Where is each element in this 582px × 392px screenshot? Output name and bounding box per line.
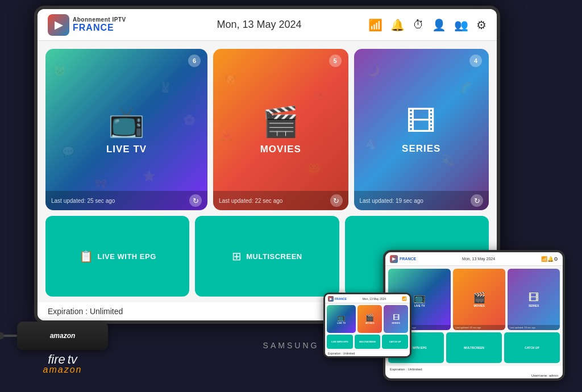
logo-area: ▶ Abonnement IPTV FRANCE	[48, 14, 150, 36]
tablet-live-title: LIVE TV	[414, 304, 425, 307]
tablet-movies[interactable]: 🎬 MOVIES Last updated: 22 sec ago	[453, 269, 505, 330]
movies-badge: 5	[329, 55, 342, 67]
phone-brand-icon: ▶	[328, 296, 334, 302]
movies-title: MOVIES	[260, 144, 301, 155]
tablet-catchup-title: CATCH UP	[525, 346, 539, 349]
header-icons: 📶 🔔 ⏱ 👤 👥 ⚙	[368, 18, 487, 32]
phone-live-title: LIVE TV	[337, 322, 346, 324]
wifi-icon: 📶	[368, 18, 383, 32]
phone-tv-icon: 📺	[337, 314, 346, 322]
tablet-movies-icon: 🎬	[473, 291, 485, 304]
tablet-bottom-row: LIVE WITH EPG MULTISCREEN CATCH UP	[388, 332, 560, 363]
movies-icon: 🎬	[262, 105, 299, 139]
tablet-multiscreen-title: MULTISCREEN	[464, 346, 484, 349]
epg-icon: 📋	[79, 249, 93, 263]
series-title: SERIES	[402, 143, 440, 155]
phone-live-tv[interactable]: 📺 LIVE TV	[327, 305, 356, 333]
phone-catchup-card[interactable]: CATCH UP	[382, 335, 408, 349]
amazon-text: amazon	[50, 332, 76, 340]
phone-icons: 📶	[402, 297, 407, 301]
tablet-movies-title: MOVIES	[473, 304, 484, 307]
multiscreen-title: MULTISCREEN	[246, 252, 302, 261]
tablet-username: Username: admin	[385, 373, 563, 378]
clock-icon: ⏱	[413, 18, 424, 31]
live-tv-badge: 6	[188, 55, 201, 67]
tablet-series[interactable]: 🎞 SERIES Last updated: 19 sec ago	[508, 269, 560, 330]
epg-title: LIVE WITH EPG	[98, 252, 156, 261]
tablet-movies-footer: Last updated: 22 sec ago	[453, 325, 505, 330]
firetv-area: amazon fire tv amazon	[17, 322, 108, 375]
phone-expiration: Expiration : Unlimited	[325, 351, 410, 356]
live-tv-title: LIVE TV	[106, 144, 147, 155]
series-icon: 🎞	[406, 105, 436, 139]
live-tv-refresh-btn[interactable]: ↻	[189, 194, 202, 207]
tablet-date: Mon, 13 May 2024	[416, 257, 541, 261]
tablet-top-row: 📺 LIVE TV Last updated: 25 sec ago 🎬 MOV…	[388, 269, 560, 330]
multiscreen-icon: ⊞	[232, 249, 242, 263]
tablet-brand-icon: ▶	[390, 255, 398, 263]
phone-device: ▶ FRANCE Mon, 13 May 2024 📶 📺 LIVE TV 🎬 …	[323, 293, 411, 358]
top-cards-row: 🐱💬 🐰⭐ 🌸🎀 6 📺 LIVE TV Last updated: 25 se…	[45, 49, 489, 210]
tablet-content: 📺 LIVE TV Last updated: 25 sec ago 🎬 MOV…	[385, 266, 563, 366]
series-refresh-btn[interactable]: ↻	[471, 194, 483, 207]
phone-movies-icon: 🎬	[365, 314, 374, 322]
date-display: Mon, 13 May 2024	[150, 19, 368, 31]
phone-date: Mon, 13 May 2024	[347, 297, 402, 301]
live-tv-icon: 📺	[108, 105, 145, 139]
live-tv-footer: Last updated: 25 sec ago ↻	[45, 191, 207, 210]
phone-multiscreen-title: MULTISCREEN	[359, 340, 376, 343]
tablet-multiscreen-card[interactable]: MULTISCREEN	[446, 332, 502, 363]
tablet-series-update: Last updated: 19 sec ago	[510, 326, 535, 329]
live-tv-update-text: Last updated: 25 sec ago	[51, 198, 115, 204]
series-footer: Last updated: 19 sec ago ↻	[354, 191, 489, 210]
phone-epg-card[interactable]: LIVE WITH EPG	[327, 335, 353, 349]
phone-multiscreen-card[interactable]: MULTISCREEN	[355, 335, 381, 349]
phone-series-icon: 🎞	[393, 314, 400, 322]
tablet-icons: 📶🔔⚙	[541, 256, 558, 262]
phone-brand-name: FRANCE	[335, 297, 347, 301]
tv-header: ▶ Abonnement IPTV FRANCE Mon, 13 May 202…	[38, 9, 497, 41]
movies-footer: Last updated: 22 sec ago ↻	[213, 191, 348, 210]
amazon-smile-icon: amazon	[43, 365, 82, 375]
live-tv-card[interactable]: 🐱💬 🐰⭐ 🌸🎀 6 📺 LIVE TV Last updated: 25 se…	[45, 49, 207, 210]
phone-header: ▶ FRANCE Mon, 13 May 2024 📶	[325, 294, 410, 303]
tablet-brand-name: FRANCE	[400, 257, 416, 261]
phone-series-title: SERIES	[392, 322, 400, 324]
phone-top-row: 📺 LIVE TV 🎬 MOVIES 🎞 SERIES	[327, 305, 408, 333]
movies-refresh-btn[interactable]: ↻	[330, 194, 343, 207]
user-icon: 👤	[432, 18, 446, 32]
tablet-series-title: SERIES	[529, 304, 539, 307]
tablet-expiration: Expiration : Unlimited	[385, 366, 563, 373]
tablet-logo: ▶ FRANCE	[390, 255, 416, 263]
samsung-label: SAMSUNG	[263, 341, 319, 350]
multiscreen-card[interactable]: ⊞ MULTISCREEN	[195, 216, 339, 297]
firetv-stick: amazon	[17, 322, 108, 350]
live-with-epg-card[interactable]: 📋 LIVE WITH EPG	[45, 216, 189, 297]
brand-name: Abonnement IPTV FRANCE	[73, 16, 126, 33]
tablet-catchup-card[interactable]: CATCH UP	[504, 332, 560, 363]
phone-content: 📺 LIVE TV 🎬 MOVIES 🎞 SERIES LIVE WITH EP…	[325, 303, 410, 351]
tablet-series-footer: Last updated: 19 sec ago	[508, 325, 560, 330]
phone-catchup-title: CATCH UP	[389, 340, 401, 343]
phone-epg-title: LIVE WITH EPG	[331, 340, 348, 343]
tablet-tv-icon: 📺	[413, 291, 426, 304]
movies-card[interactable]: 🐶🌺 🦋🐸 5 🎬 MOVIES Last updated: 22 sec ag…	[213, 49, 348, 210]
phone-movies-title: MOVIES	[365, 322, 375, 324]
series-badge: 4	[469, 55, 482, 67]
movies-update-text: Last updated: 22 sec ago	[219, 198, 282, 204]
brand-icon: ▶	[48, 14, 69, 36]
series-update-text: Last updated: 19 sec ago	[360, 198, 423, 204]
bell-icon: 🔔	[390, 18, 405, 32]
phone-movies[interactable]: 🎬 MOVIES	[357, 305, 382, 333]
settings-icon: ⚙	[476, 18, 487, 32]
phone-series[interactable]: 🎞 SERIES	[384, 305, 408, 333]
group-icon: 👥	[454, 18, 468, 32]
phone-bottom-row: LIVE WITH EPG MULTISCREEN CATCH UP	[327, 335, 408, 349]
tablet-header: ▶ FRANCE Mon, 13 May 2024 📶🔔⚙	[385, 252, 563, 266]
series-card[interactable]: 🌙🦄 🌈💫 4 🎞 SERIES Last updated: 19 sec ag…	[354, 49, 489, 210]
tablet-series-icon: 🎞	[529, 292, 539, 304]
tablet-movies-update: Last updated: 22 sec ago	[455, 326, 481, 329]
